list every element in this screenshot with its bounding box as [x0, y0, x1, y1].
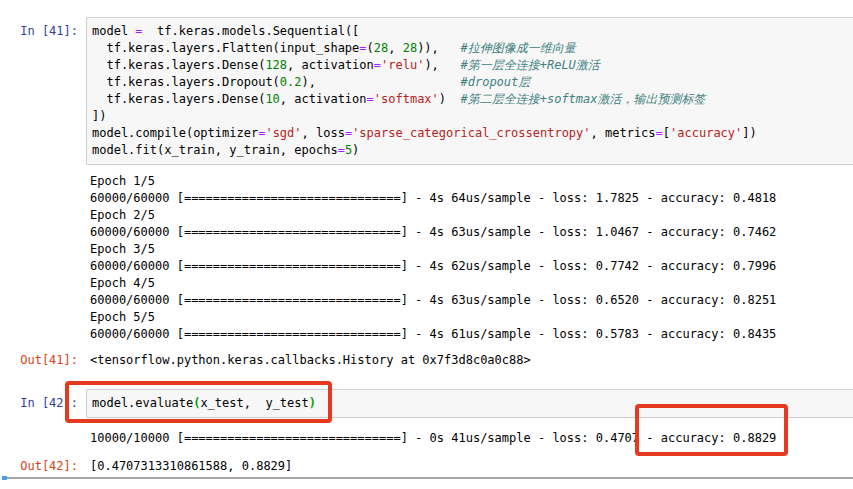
code-editor-42[interactable]: model.evaluate(x_test, y_test)	[86, 389, 853, 418]
code-line: model.evaluate(x_test, y_test)	[92, 395, 851, 412]
result-row-41: Out[41]: <tensorflow.python.keras.callba…	[0, 352, 853, 369]
output-line: Epoch 1/5	[90, 173, 853, 190]
stdout-row-41: Epoch 1/560000/60000 [==================…	[0, 165, 853, 343]
code-editor-41[interactable]: model = tf.keras.models.Sequential([ tf.…	[86, 17, 853, 165]
out-result-41: <tensorflow.python.keras.callbacks.Histo…	[86, 352, 853, 369]
out-prompt-41: Out[41]:	[0, 352, 86, 369]
output-line: 60000/60000 [===========================…	[90, 326, 853, 343]
output-line: Epoch 2/5	[90, 207, 853, 224]
out-result-42: [0.4707313310861588, 0.8829]	[86, 458, 853, 475]
output-line: 60000/60000 [===========================…	[90, 190, 853, 207]
out-prompt-42: Out[42]:	[0, 458, 86, 475]
output-line: 60000/60000 [===========================…	[90, 224, 853, 241]
output-line: 60000/60000 [===========================…	[90, 258, 853, 275]
code-line: model.compile(optimizer='sgd', loss='spa…	[92, 125, 851, 142]
output-line: 10000/10000 [===========================…	[90, 430, 853, 447]
input-row-41: In [41]: model = tf.keras.models.Sequent…	[0, 17, 853, 165]
evaluate-log-output: 10000/10000 [===========================…	[86, 418, 853, 447]
output-line: Epoch 5/5	[90, 309, 853, 326]
next-cell-selection-accent	[2, 476, 7, 480]
code-line: tf.keras.layers.Dense(128, activation='r…	[92, 57, 851, 74]
next-cell-divider	[2, 477, 853, 479]
code-cell-41: In [41]: model = tf.keras.models.Sequent…	[0, 17, 853, 369]
result-row-42: Out[42]: [0.4707313310861588, 0.8829]	[0, 458, 853, 475]
output-line: Epoch 3/5	[90, 241, 853, 258]
code-line: tf.keras.layers.Dropout(0.2), #dropout层	[92, 74, 851, 91]
code-line: model.fit(x_train, y_train, epochs=5)	[92, 142, 851, 159]
training-log-output: Epoch 1/560000/60000 [==================…	[86, 165, 853, 343]
code-line: tf.keras.layers.Flatten(input_shape=(28,…	[92, 40, 851, 57]
code-line: ])	[92, 108, 851, 125]
code-line: model = tf.keras.models.Sequential([	[92, 23, 851, 40]
output-line: 60000/60000 [===========================…	[90, 292, 853, 309]
code-line: tf.keras.layers.Dense(10, activation='so…	[92, 91, 851, 108]
in-prompt-42: In [42]:	[0, 389, 86, 412]
stdout-row-42: 10000/10000 [===========================…	[0, 418, 853, 447]
code-cell-42: In [42]: model.evaluate(x_test, y_test) …	[0, 389, 853, 475]
input-row-42: In [42]: model.evaluate(x_test, y_test)	[0, 389, 853, 418]
output-line: Epoch 4/5	[90, 275, 853, 292]
notebook: In [41]: model = tf.keras.models.Sequent…	[0, 0, 853, 489]
in-prompt-41: In [41]:	[0, 17, 86, 40]
